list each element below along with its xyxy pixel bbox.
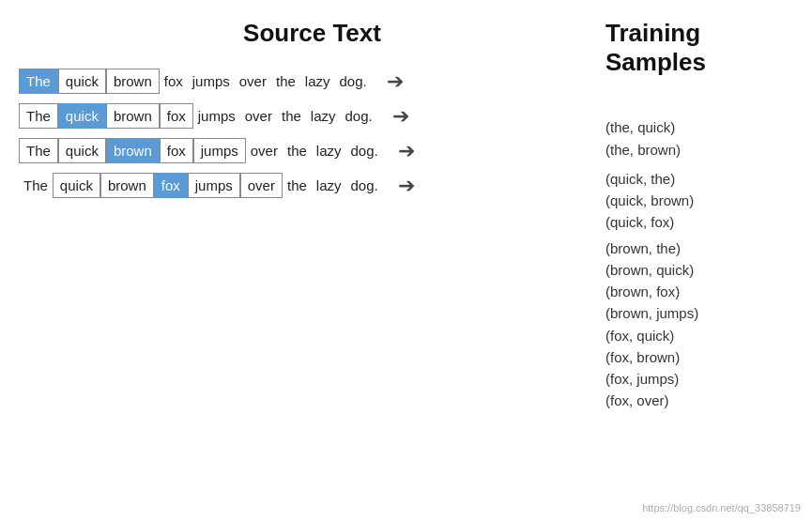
training-pair-r1-p2: (the, brown) <box>605 139 803 161</box>
row-group-4: Thequickbrownfoxjumpsoverthelazydog.➔ <box>19 173 605 198</box>
row-group-2: Thequickbrownfoxjumpsoverthelazydog.➔ <box>19 103 605 129</box>
word-box-r1-w3: brown <box>106 69 160 94</box>
word-plain-r2-w7: the <box>277 104 306 128</box>
sentence-row-2: Thequickbrownfoxjumpsoverthelazydog. <box>19 103 377 129</box>
word-box-r2-w2: quick <box>58 103 106 129</box>
word-plain-r3-w8: lazy <box>312 139 346 162</box>
training-pair-r2-p1: (quick, the) <box>605 168 803 190</box>
word-box-r3-w4: fox <box>160 138 193 163</box>
rows-container: Thequickbrownfoxjumpsoverthelazydog.➔The… <box>19 69 605 198</box>
training-pairs-3: (brown, the)(brown, quick)(brown, fox)(b… <box>605 238 803 325</box>
word-box-r2-w4: fox <box>160 103 193 129</box>
training-pairs-2: (quick, the)(quick, brown)(quick, fox) <box>605 168 803 234</box>
word-box-r3-w2: quick <box>58 138 106 163</box>
training-pair-r3-p3: (brown, fox) <box>605 281 803 302</box>
word-box-r4-w6: over <box>240 173 283 198</box>
left-section: Source Text Thequickbrownfoxjumpsoverthe… <box>9 19 605 502</box>
word-box-r3-w1: The <box>19 138 58 163</box>
word-box-r1-w1: The <box>19 69 58 94</box>
row-group-3: Thequickbrownfoxjumpsoverthelazydog.➔ <box>19 138 605 163</box>
word-plain-r1-w5: jumps <box>188 69 235 93</box>
training-pair-r2-p2: (quick, brown) <box>605 190 803 211</box>
training-samples-rows: (the, quick)(the, brown)(quick, the)(qui… <box>605 86 803 411</box>
arrow-r1: ➔ <box>387 69 404 94</box>
word-box-r2-w3: brown <box>106 103 160 129</box>
word-plain-r1-w4: fox <box>160 69 188 93</box>
word-plain-r1-w7: the <box>271 69 300 93</box>
training-pair-r4-p2: (fox, brown) <box>605 346 803 368</box>
training-title: TrainingSamples <box>605 19 803 77</box>
word-box-r4-w5: jumps <box>188 173 240 198</box>
sentence-row-4: Thequickbrownfoxjumpsoverthelazydog. <box>19 173 383 198</box>
word-box-r4-w2: quick <box>53 173 100 198</box>
word-plain-r2-w8: lazy <box>306 104 341 128</box>
training-pair-r4-p3: (fox, jumps) <box>605 368 803 390</box>
word-plain-r4-w7: the <box>283 174 312 197</box>
arrow-r2: ➔ <box>392 104 409 129</box>
word-plain-r2-w6: over <box>240 104 277 128</box>
word-plain-r4-w8: lazy <box>312 174 346 197</box>
word-plain-r3-w7: the <box>283 139 312 162</box>
training-pairs-1: (the, quick)(the, brown) <box>605 116 803 161</box>
word-box-r1-w2: quick <box>58 69 106 94</box>
source-text-title: Source Text <box>243 19 381 48</box>
training-pair-r1-p1: (the, quick) <box>605 116 803 138</box>
word-plain-r3-w6: over <box>246 139 283 162</box>
word-box-r4-w3: brown <box>100 173 154 198</box>
word-box-r2-w1: The <box>19 103 58 129</box>
training-pair-r3-p2: (brown, quick) <box>605 259 803 281</box>
word-box-r3-w5: jumps <box>193 138 246 163</box>
training-pair-r4-p4: (fox, over) <box>605 390 803 411</box>
training-pair-r4-p1: (fox, quick) <box>605 325 803 346</box>
word-plain-r1-w6: over <box>235 69 271 93</box>
word-plain-r2-w5: jumps <box>193 104 240 128</box>
training-pair-r3-p1: (brown, the) <box>605 238 803 259</box>
sentence-row-3: Thequickbrownfoxjumpsoverthelazydog. <box>19 138 383 163</box>
row-group-1: Thequickbrownfoxjumpsoverthelazydog.➔ <box>19 69 605 94</box>
word-box-r3-w3: brown <box>106 138 160 163</box>
training-pairs-4: (fox, quick)(fox, brown)(fox, jumps)(fox… <box>605 325 803 412</box>
right-section: TrainingSamples (the, quick)(the, brown)… <box>605 19 803 502</box>
sentence-row-1: Thequickbrownfoxjumpsoverthelazydog. <box>19 69 372 94</box>
word-box-r4-w4: fox <box>154 173 188 198</box>
training-pair-r3-p4: (brown, jumps) <box>605 302 803 324</box>
main-container: Source Text Thequickbrownfoxjumpsoverthe… <box>0 0 812 521</box>
arrow-r3: ➔ <box>398 139 415 163</box>
word-plain-r4-w9: dog. <box>346 174 383 197</box>
arrow-r4: ➔ <box>398 174 415 198</box>
word-plain-r2-w9: dog. <box>341 104 377 128</box>
word-plain-r3-w9: dog. <box>346 139 383 162</box>
word-plain-r1-w9: dog. <box>335 69 372 93</box>
word-plain-r1-w8: lazy <box>300 69 335 93</box>
watermark: https://blog.csdn.net/qq_33858719 <box>642 502 801 513</box>
training-pair-r2-p3: (quick, fox) <box>605 211 803 233</box>
word-plain-r4-w1: The <box>19 174 53 197</box>
